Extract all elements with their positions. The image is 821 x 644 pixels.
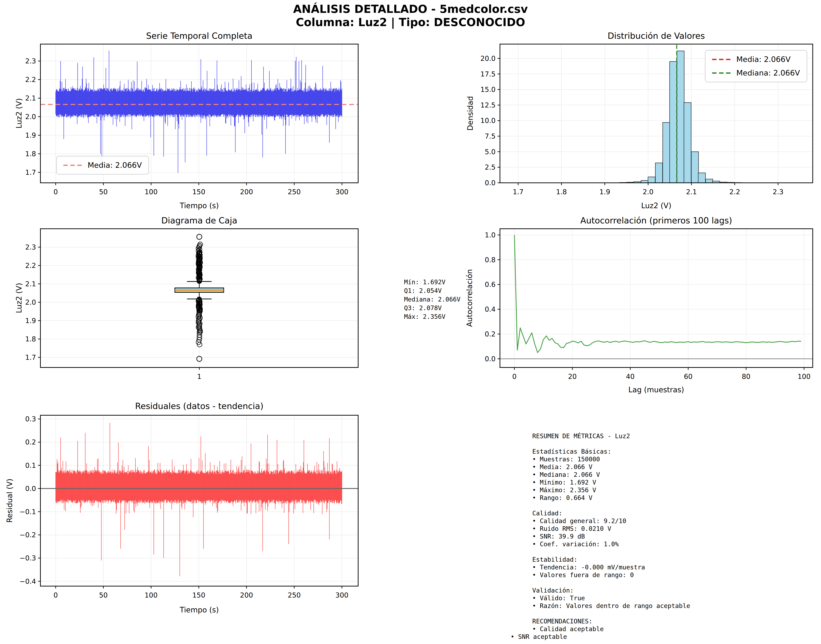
y-tick-label: 5.0 (485, 148, 496, 156)
metrics-line: • Mediana: 2.066 V (532, 471, 690, 478)
x-tick-label: 40 (626, 373, 634, 380)
y-tick-label: 2.3 (25, 57, 36, 65)
hist-bar (648, 177, 655, 183)
x-tick-label: 200 (240, 188, 253, 196)
hist-bar (691, 152, 698, 183)
metrics-line: • Calidad general: 9.2/10 (532, 517, 690, 525)
x-tick-label: 20 (568, 373, 577, 380)
x-tick-label: 100 (144, 591, 158, 599)
metrics-line: • Válido: True (532, 594, 690, 602)
x-tick-label: 2.1 (686, 188, 697, 196)
metrics-line: Estadísticas Básicas: (532, 448, 690, 455)
histogram-ylabel: Densidad (466, 96, 475, 130)
y-tick-label: 7.5 (485, 132, 496, 140)
x-tick-label: 2.3 (773, 188, 784, 196)
metrics-line: • SNR: 39.9 dB (532, 532, 690, 540)
metrics-line (532, 501, 690, 509)
y-tick-label: 0.2 (485, 330, 496, 338)
y-tick-label: 0.6 (485, 281, 496, 288)
plot-frame (500, 229, 813, 368)
y-tick-label: −0.3 (20, 554, 36, 562)
y-tick-label: 2.1 (25, 94, 36, 102)
metrics-line (532, 548, 690, 556)
metrics-line: • Media: 2.066 V (532, 463, 690, 471)
x-tick-label: 2.0 (643, 188, 654, 196)
metrics-line: Calidad: (532, 509, 690, 517)
autocorr-xlabel: Lag (muestras) (628, 385, 684, 394)
x-tick-label: 0 (54, 188, 58, 196)
metrics-line: • Calidad aceptable (532, 625, 690, 633)
residuals-ylabel: Residual (V) (5, 478, 14, 523)
y-tick-label: 0.2 (25, 438, 36, 446)
timeseries-title: Serie Temporal Completa (146, 31, 253, 41)
y-tick-label: 1.8 (25, 335, 36, 343)
y-tick-label: −0.4 (20, 578, 36, 586)
y-tick-label: 1.7 (25, 169, 36, 176)
y-tick-label: 20.0 (481, 55, 496, 63)
histogram-title: Distribución de Valores (608, 31, 705, 41)
y-tick-label: 0.0 (485, 355, 496, 363)
x-tick-label: 250 (288, 591, 301, 599)
hist-bar (684, 103, 691, 183)
y-tick-label: 1.8 (25, 150, 36, 158)
y-tick-label: 0.0 (25, 485, 36, 492)
x-tick-label: 50 (99, 591, 108, 599)
autocorr-ylabel: Autocorrelación (465, 269, 474, 327)
y-tick-label: 12.5 (481, 101, 496, 109)
y-tick-label: 0.1 (25, 462, 36, 469)
x-tick-label: 150 (192, 188, 205, 196)
legend-media-label: Media: 2.066V (87, 161, 142, 170)
histogram-xlabel: Luz2 (V) (641, 201, 671, 210)
hist-bar (663, 123, 670, 183)
x-tick-label: 300 (335, 591, 348, 599)
x-tick-label: 200 (240, 591, 253, 599)
y-tick-label: 1.7 (25, 354, 36, 362)
metrics-line: • Ruido RMS: 0.0210 V (532, 525, 690, 532)
charts-canvas: 0501001502002503001.71.81.92.02.12.22.31… (0, 0, 821, 644)
x-tick-label: 60 (684, 373, 692, 380)
x-tick-label: 100 (144, 188, 158, 196)
hist-bar (656, 163, 663, 183)
metrics-line: RECOMENDACIONES: (532, 617, 690, 625)
y-tick-label: 2.0 (25, 113, 36, 121)
mean-dash-swatch (712, 59, 731, 60)
y-tick-label: 0.0 (485, 179, 496, 187)
autocorr-series (515, 235, 801, 353)
timeseries-legend: Media: 2.066V (56, 156, 149, 175)
figure-root: ANÁLISIS DETALLADO - 5medcolor.csv Colum… (0, 0, 821, 644)
timeseries-ylabel: Luz2 (V) (15, 98, 23, 129)
boxplot-stats-text: Mín: 1.692VQ1: 2.054VMediana: 2.066VQ3: … (404, 278, 461, 321)
metrics-footer-line: • SNR aceptable (511, 633, 690, 641)
metrics-line: • Mínimo: 1.692 V (532, 478, 690, 486)
y-tick-label: 0.4 (485, 305, 496, 313)
histogram-legend: Media: 2.066V Mediana: 2.066V (705, 50, 807, 82)
y-tick-label: 2.1 (25, 280, 36, 288)
x-tick-label: 150 (192, 591, 205, 599)
stats-line: Q1: 2.054V (404, 287, 461, 295)
hist-bar (698, 173, 706, 183)
autocorr-title: Autocorrelación (primeros 100 lags) (581, 216, 732, 225)
y-tick-label: 2.3 (25, 243, 36, 251)
metrics-line: • Coef. variación: 1.0% (532, 540, 690, 548)
y-tick-label: 2.2 (25, 262, 36, 270)
legend-mediana-label: Mediana: 2.066V (736, 69, 800, 77)
legend-row-media: Media: 2.066V (712, 55, 800, 64)
metrics-line (532, 440, 690, 448)
hist-bar (677, 51, 684, 183)
stats-line: Q3: 2.078V (404, 304, 461, 312)
y-tick-label: 17.5 (481, 70, 496, 78)
metrics-line: RESUMEN DE MÉTRICAS - Luz2 (532, 432, 690, 440)
y-tick-label: 2.0 (25, 298, 36, 306)
metrics-line: • Razón: Valores dentro de rango aceptab… (532, 602, 690, 610)
hist-bar (706, 179, 713, 183)
metrics-line: • Máximo: 2.356 V (532, 486, 690, 494)
y-tick-label: 10.0 (481, 117, 496, 124)
residuals-title: Residuales (datos - tendencia) (135, 401, 263, 411)
boxplot-title: Diagrama de Caja (161, 216, 237, 225)
metrics-line: Validación: (532, 586, 690, 594)
x-tick-label: 2.2 (729, 188, 740, 196)
metrics-line: • Muestras: 150000 (532, 455, 690, 463)
x-tick-label: 250 (288, 188, 301, 196)
metrics-line: • Rango: 0.664 V (532, 494, 690, 501)
hist-bar (670, 61, 677, 183)
